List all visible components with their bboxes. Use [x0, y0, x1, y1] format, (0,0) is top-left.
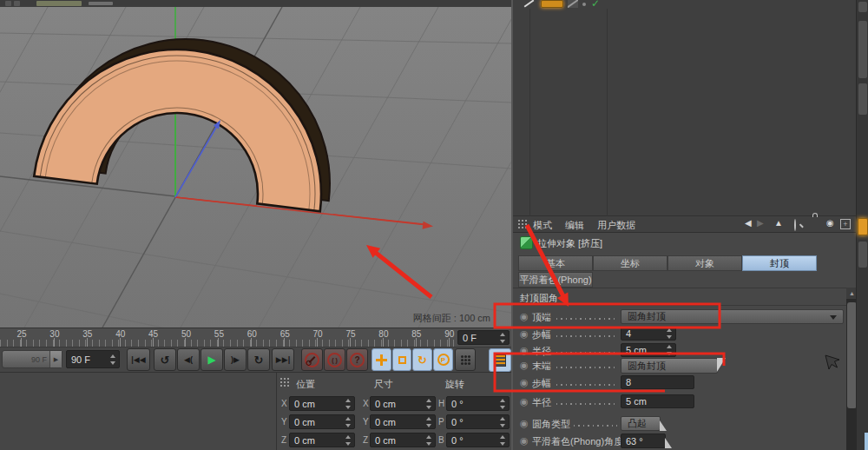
radius-top-spinner[interactable] [667, 345, 673, 355]
pos-x-spinner[interactable] [345, 399, 352, 409]
object-manager[interactable]: ✓ [513, 0, 858, 216]
record-rotation-toggle[interactable]: ↻ [412, 348, 432, 371]
current-frame-spinner[interactable] [500, 333, 506, 343]
spline-pen-icon[interactable] [524, 0, 535, 8]
prev-frame-button[interactable]: ◀( [177, 348, 200, 371]
rot-h-spinner[interactable] [500, 399, 506, 409]
pos-y-spinner[interactable] [345, 417, 352, 427]
pos-x-field[interactable]: 0 cm [289, 396, 355, 411]
range-handle-icon[interactable]: ▶ [49, 351, 62, 367]
dotted-leader [556, 367, 617, 368]
up-hierarchy-icon[interactable]: ▲ [774, 218, 783, 228]
menu-mode[interactable]: 模式 [533, 219, 552, 232]
help-button[interactable]: ? [346, 348, 368, 371]
next-frame-button[interactable]: )▶ [224, 348, 247, 371]
radius-end-field[interactable]: 5 cm [621, 394, 694, 408]
row-phong-angle: ◉ 平滑着色(Phong)角度 63 ° [513, 433, 852, 449]
fillet-type-button[interactable]: 凸起 [621, 416, 661, 431]
viewport-menu-icon[interactable] [14, 1, 20, 6]
menu-edit[interactable]: 编辑 [565, 219, 584, 232]
end-cap-button[interactable]: 圆角封顶 [621, 358, 718, 374]
current-frame-field[interactable]: 0 F [457, 330, 510, 345]
pos-z-spinner[interactable] [345, 435, 352, 446]
coordinate-panel: 位置 尺寸 旋转 X 0 cm Y 0 cm Z 0 cm X 0 cm Y 0… [276, 372, 512, 450]
tab-phong[interactable]: 平滑着色(Phong) [518, 272, 593, 288]
start-cap-dropdown[interactable]: 圆角封顶 [621, 309, 844, 324]
size-x-label: X [363, 399, 369, 408]
rot-b-spinner[interactable] [500, 435, 506, 446]
anim-dot-icon[interactable]: ◉ [520, 311, 529, 322]
caps-fillet-section[interactable]: 封顶圆角 [513, 288, 858, 306]
tab-basic[interactable]: 基本 [518, 255, 593, 271]
record-button[interactable] [301, 348, 323, 371]
timeline-ruler[interactable]: 0 F 2530354045505560657075808590 [0, 328, 511, 347]
size-y-spinner[interactable] [426, 417, 432, 427]
dock-tab[interactable] [858, 83, 867, 115]
goto-start-button[interactable]: |◀◀ [127, 348, 150, 371]
rot-p-field[interactable]: 0 ° [446, 414, 510, 429]
steps-top-spinner[interactable] [667, 328, 673, 339]
prev-key-icon: ↺ [161, 354, 170, 367]
size-x-field[interactable]: 0 cm [370, 396, 436, 411]
anim-dot-icon[interactable]: ◉ [520, 435, 529, 447]
right-dock: ✓ 模式 编辑 用户数据 ◀ ▶ ▲ ◉ + 拉伸对象 [挤压] 基本 坐标 [511, 0, 856, 450]
end-frame-spinner[interactable] [110, 354, 116, 365]
extrude-arch-object[interactable] [34, 23, 346, 211]
autokey-button[interactable]: ( ) [324, 348, 345, 371]
viewport-menu-text[interactable] [36, 1, 82, 6]
anim-dot-icon[interactable]: ◉ [520, 328, 529, 340]
row-start-cap: ◉ 顶端 圆角封顶 [513, 309, 852, 325]
dock-tab[interactable] [858, 2, 867, 12]
pos-y-field[interactable]: 0 cm [289, 414, 355, 429]
history-forward-icon[interactable]: ▶ [757, 218, 764, 228]
rot-b-field[interactable]: 0 ° [446, 433, 510, 447]
anim-dot-icon[interactable]: ◉ [520, 396, 529, 407]
new-window-icon[interactable]: + [840, 219, 851, 229]
phong-angle-field[interactable]: 63 ° [621, 433, 666, 448]
anim-dot-icon[interactable]: ◉ [520, 360, 529, 371]
record-position-toggle[interactable] [372, 348, 391, 371]
z-axis [175, 126, 217, 197]
search-icon[interactable] [794, 220, 796, 230]
next-key-button[interactable]: ↻ [247, 348, 270, 371]
anim-dot-icon[interactable]: ◉ [520, 377, 529, 388]
play-button[interactable]: ▶ [201, 348, 223, 371]
dock-tab[interactable] [858, 21, 867, 78]
size-z-spinner[interactable] [426, 435, 432, 446]
preview-range-slider[interactable]: 90 F ▶ [2, 350, 62, 368]
steps-top-field[interactable]: 4 [621, 327, 676, 341]
pos-z-field[interactable]: 0 cm [289, 433, 355, 447]
target-icon[interactable]: ◉ [826, 218, 834, 228]
keyframe-selection-toggle[interactable] [489, 348, 511, 372]
menu-userdata[interactable]: 用户数据 [597, 219, 635, 232]
goto-end-button[interactable]: ▶▶| [272, 348, 294, 371]
record-scale-toggle[interactable] [392, 348, 411, 371]
viewport-menu-text[interactable] [89, 2, 113, 5]
tab-object[interactable]: 对象 [667, 255, 742, 271]
anim-dot-icon[interactable]: ◉ [520, 418, 529, 429]
size-z-field[interactable]: 0 cm [370, 433, 436, 447]
end-frame-field[interactable]: 90 F [66, 350, 120, 368]
visibility-icon[interactable] [568, 0, 578, 8]
tab-coordinates[interactable]: 坐标 [593, 255, 667, 271]
steps-end-field[interactable]: 8 [621, 375, 694, 389]
size-x-spinner[interactable] [426, 399, 432, 409]
extrude-object-icon[interactable] [541, 0, 563, 8]
point-level-animation-button[interactable] [455, 348, 476, 371]
record-parameter-toggle[interactable]: P [433, 348, 453, 371]
ruler-tick-50: 50 [176, 329, 197, 339]
layer-dot-icon[interactable] [582, 3, 586, 6]
prev-key-button[interactable]: ↺ [154, 348, 176, 371]
rot-h-field[interactable]: 0 ° [446, 396, 510, 411]
tab-caps[interactable]: 封顶 [742, 255, 817, 271]
anim-dot-icon[interactable]: ◉ [520, 345, 529, 356]
size-y-field[interactable]: 0 cm [370, 414, 436, 429]
enabled-check-icon[interactable]: ✓ [591, 0, 600, 10]
dock-tab[interactable] [858, 242, 867, 268]
dock-tab-active-icon[interactable] [858, 218, 868, 235]
radius-top-field[interactable]: 5 cm [621, 343, 676, 357]
3d-viewport[interactable]: 网格间距 : 100 cm [0, 7, 511, 328]
history-back-icon[interactable]: ◀ [745, 218, 752, 228]
viewport-menu-icon[interactable] [5, 1, 11, 6]
rot-p-spinner[interactable] [500, 417, 506, 427]
